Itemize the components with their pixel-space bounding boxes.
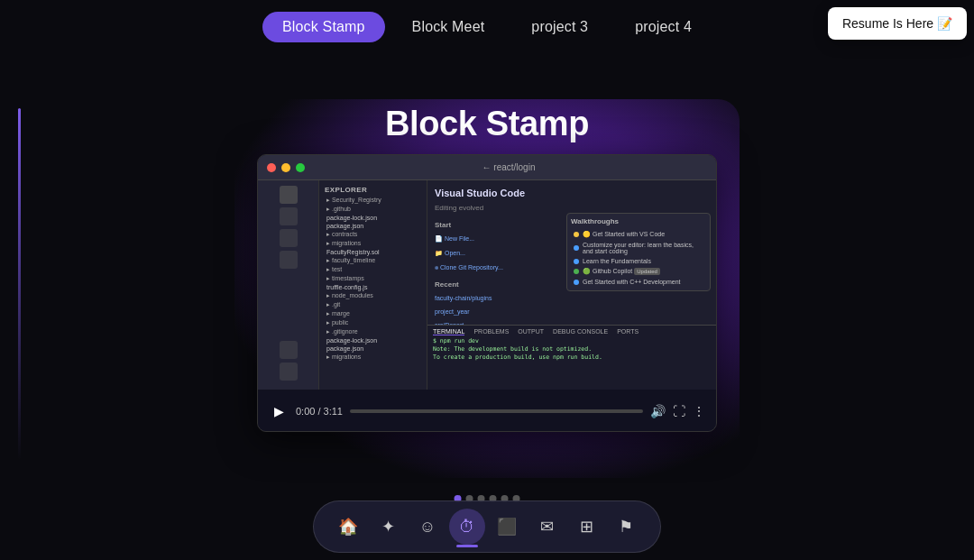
dock-active-indicator <box>456 545 478 547</box>
explorer-item: ▸ public <box>319 318 427 327</box>
explorer-item: package-lock.json <box>319 214 427 222</box>
dock-star-item[interactable]: ✦ <box>370 509 406 545</box>
explorer-item: ▸ .gitignore <box>319 327 427 336</box>
vscode-welcome-heading: Visual Studio Code <box>435 188 709 198</box>
walkthrough-dot-blue3 <box>574 280 579 285</box>
explorer-icon <box>280 186 298 204</box>
explorer-item: ▸ migrations <box>319 353 427 362</box>
walkthrough-dot-blue <box>574 245 579 251</box>
explorer-item: package.json <box>319 344 427 353</box>
nav-tab-project4[interactable]: project 4 <box>615 12 712 42</box>
person-icon: ☺ <box>419 518 436 537</box>
page-title: Block Stamp <box>385 105 589 143</box>
search-icon <box>280 207 298 225</box>
vscode-activity-bar <box>258 180 319 390</box>
explorer-item: ▸ .git <box>319 300 427 309</box>
video-card: ← react/login EXPLORER ▸ Security_Regist… <box>257 154 717 432</box>
dock-clock-item[interactable]: ⏱ <box>449 509 485 545</box>
dock-video-item[interactable]: ⬛ <box>489 509 525 545</box>
main-content: Block Stamp ← react/login <box>0 54 974 560</box>
walkthrough-item: Learn the Fundamentals <box>571 256 706 266</box>
terminal-tab: TERMINAL <box>433 328 464 335</box>
walkthrough-item: 🟡 Get Started with VS Code <box>571 229 706 240</box>
walkthrough-title: Walkthroughs <box>571 217 706 225</box>
dock-home-item[interactable]: 🏠 <box>330 509 366 545</box>
video-screenshot: ← react/login EXPLORER ▸ Security_Regist… <box>258 155 716 390</box>
walkthrough-dot-yellow <box>574 232 579 237</box>
walkthrough-item: 🟢 Github Copilot Updated <box>571 266 706 277</box>
window-maximize-dot <box>296 163 305 172</box>
terminal-tab: DEBUG CONSOLE <box>553 328 608 335</box>
star-icon: ✦ <box>381 517 395 537</box>
vscode-explorer-panel: EXPLORER ▸ Security_Registry ▸ .github p… <box>319 180 427 390</box>
nav-tab-block-stamp[interactable]: Block Stamp <box>262 12 385 42</box>
resume-tooltip: Resume Is Here 📝 <box>828 7 967 40</box>
dock-mail-item[interactable]: ✉ <box>528 509 565 545</box>
grid-icon: ⊞ <box>580 517 593 537</box>
explorer-item: package-lock.json <box>319 336 427 344</box>
git-icon <box>280 229 298 247</box>
settings-icon <box>280 363 298 381</box>
window-close-dot <box>267 163 276 172</box>
fullscreen-button[interactable]: ⛶ <box>673 404 685 418</box>
extensions-icon <box>280 341 298 359</box>
walkthrough-dot-green <box>574 269 579 274</box>
home-icon: 🏠 <box>338 517 358 537</box>
more-options-button[interactable]: ⋮ <box>693 404 705 418</box>
mail-icon: ✉ <box>540 517 554 537</box>
walkthrough-item: Customize your editor: learn the basics,… <box>571 240 706 256</box>
nav-tab-project3[interactable]: project 3 <box>511 12 608 42</box>
time-display: 0:00 / 3:11 <box>296 406 343 417</box>
vscode-title-bar: ← react/login <box>258 155 716 180</box>
walkthrough-item: Get Started with C++ Development <box>571 277 706 287</box>
explorer-title: EXPLORER <box>319 184 427 196</box>
explorer-item: truffle-config.js <box>319 283 427 291</box>
dock-flag-item[interactable]: ⚑ <box>608 509 644 545</box>
bottom-dock: 🏠 ✦ ☺ ⏱ ⬛ ✉ ⊞ ⚑ <box>313 500 661 553</box>
volume-button[interactable]: 🔊 <box>650 404 666 418</box>
explorer-item: ▸ marge <box>319 309 427 318</box>
dock-person-item[interactable]: ☺ <box>409 509 446 545</box>
progress-bar[interactable] <box>350 409 643 413</box>
explorer-item: ▸ contracts <box>319 230 427 239</box>
explorer-item: ▸ test <box>319 265 427 274</box>
video-controls: ▶ 0:00 / 3:11 🔊 ⛶ ⋮ <box>258 390 716 432</box>
vscode-body: EXPLORER ▸ Security_Registry ▸ .github p… <box>258 180 716 390</box>
vscode-title: ← react/login <box>310 162 707 172</box>
terminal-content: $ npm run dev Note: The development buil… <box>433 337 711 362</box>
flag-icon: ⚑ <box>619 517 633 537</box>
nav-tab-block-meet[interactable]: Block Meet <box>392 12 505 42</box>
walkthrough-panel: Walkthroughs 🟡 Get Started with VS Code … <box>566 213 711 291</box>
explorer-item: ▸ node_modules <box>319 291 427 300</box>
debug-icon <box>280 251 298 269</box>
clock-icon: ⏱ <box>459 518 475 537</box>
dock-grid-item[interactable]: ⊞ <box>568 509 604 545</box>
terminal-bar: TERMINAL PROBLEMS OUTPUT DEBUG CONSOLE P… <box>427 325 716 390</box>
vscode-welcome-sub: Editing evolved <box>435 204 709 212</box>
window-minimize-dot <box>281 163 290 172</box>
explorer-item: ▸ faculty_timeline <box>319 256 427 265</box>
vscode-recent-item: project_year <box>435 308 709 316</box>
terminal-tab: PROBLEMS <box>473 328 509 335</box>
terminal-tab: PORTS <box>617 328 639 335</box>
play-button[interactable]: ▶ <box>269 401 289 421</box>
explorer-item: package.json <box>319 222 427 230</box>
explorer-item: ▸ Security_Registry <box>319 196 427 205</box>
terminal-tab: OUTPUT <box>518 328 544 335</box>
explorer-item: FacultyRegistry.sol <box>319 248 427 256</box>
explorer-item: ▸ .github <box>319 205 427 214</box>
vscode-recent-item: faculty-chain/plugins <box>435 294 709 302</box>
walkthrough-dot-blue2 <box>574 259 579 264</box>
video-icon: ⬛ <box>497 517 517 537</box>
vscode-editor-main: Visual Studio Code Editing evolved Start… <box>427 180 716 390</box>
explorer-item: ▸ migrations <box>319 239 427 248</box>
explorer-item: ▸ timestamps <box>319 274 427 283</box>
terminal-tabs: TERMINAL PROBLEMS OUTPUT DEBUG CONSOLE P… <box>433 328 711 335</box>
